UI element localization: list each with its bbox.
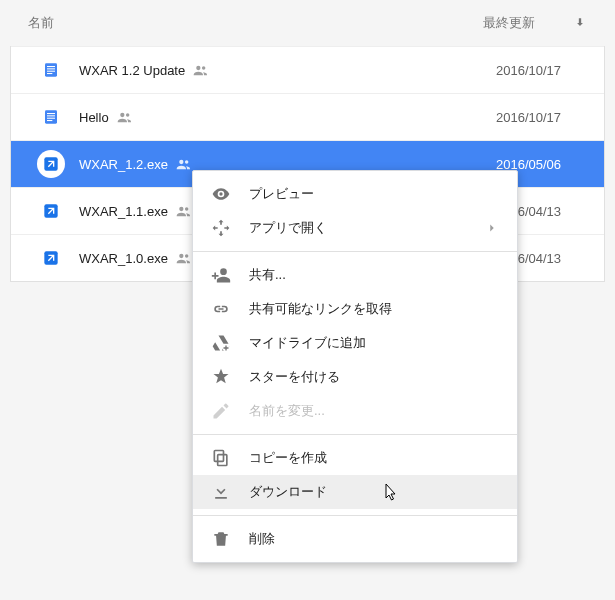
menu-get-link[interactable]: 共有可能なリンクを取得 [193, 292, 517, 326]
trash-icon [211, 529, 231, 549]
download-icon [211, 482, 231, 502]
menu-label: ダウンロード [249, 483, 499, 501]
shared-icon [193, 64, 209, 76]
menu-rename: 名前を変更... [193, 394, 517, 428]
menu-star[interactable]: スターを付ける [193, 360, 517, 394]
svg-point-18 [179, 207, 183, 211]
file-name-text: Hello [79, 110, 109, 125]
svg-point-12 [120, 113, 124, 117]
menu-label: マイドライブに追加 [249, 334, 499, 352]
menu-label: 共有... [249, 266, 499, 284]
svg-rect-24 [218, 455, 227, 466]
document-icon [37, 56, 65, 84]
menu-label: スターを付ける [249, 368, 499, 386]
file-name: WXAR 1.2 Update [79, 63, 496, 78]
menu-label: 名前を変更... [249, 402, 499, 420]
menu-delete[interactable]: 削除 [193, 522, 517, 556]
svg-point-15 [179, 160, 183, 164]
menu-separator [193, 251, 517, 252]
svg-rect-1 [47, 66, 55, 67]
document-icon [37, 103, 65, 131]
svg-point-21 [179, 254, 183, 258]
file-row[interactable]: Hello2016/10/17 [11, 93, 604, 140]
menu-label: 削除 [249, 530, 499, 548]
menu-separator [193, 434, 517, 435]
menu-add-to-drive[interactable]: マイドライブに追加 [193, 326, 517, 360]
file-date: 2016/10/17 [496, 110, 586, 125]
menu-separator [193, 515, 517, 516]
svg-rect-2 [47, 68, 55, 69]
eye-icon [211, 184, 231, 204]
shared-icon [176, 158, 192, 170]
star-icon [211, 367, 231, 387]
file-date: 2016/10/17 [496, 63, 586, 78]
file-name-text: WXAR_1.0.exe [79, 251, 168, 266]
exe-file-icon [37, 197, 65, 225]
file-name: Hello [79, 110, 496, 125]
menu-label: コピーを作成 [249, 449, 499, 467]
file-name-text: WXAR_1.1.exe [79, 204, 168, 219]
exe-file-icon [37, 244, 65, 272]
person-add-icon [211, 265, 231, 285]
sort-arrow-down-icon[interactable] [573, 16, 597, 30]
menu-download[interactable]: ダウンロード [193, 475, 517, 509]
svg-point-19 [185, 207, 188, 210]
drive-add-icon [211, 333, 231, 353]
menu-share[interactable]: 共有... [193, 258, 517, 292]
copy-icon [211, 448, 231, 468]
svg-rect-3 [47, 71, 55, 72]
svg-rect-4 [47, 73, 52, 74]
svg-point-6 [202, 66, 205, 69]
menu-make-copy[interactable]: コピーを作成 [193, 441, 517, 475]
svg-rect-25 [214, 451, 223, 462]
menu-label: プレビュー [249, 185, 499, 203]
pencil-icon [211, 401, 231, 421]
menu-label: アプリで開く [249, 219, 485, 237]
svg-rect-10 [47, 118, 55, 119]
svg-point-16 [185, 160, 188, 163]
shared-icon [176, 205, 192, 217]
menu-label: 共有可能なリンクを取得 [249, 300, 499, 318]
svg-rect-9 [47, 115, 55, 116]
svg-rect-7 [45, 110, 57, 123]
column-date[interactable]: 最終更新 [483, 14, 573, 32]
chevron-right-icon [485, 221, 499, 235]
svg-point-13 [126, 113, 129, 116]
shared-icon [176, 252, 192, 264]
svg-rect-8 [47, 113, 55, 114]
link-icon [211, 299, 231, 319]
exe-file-icon [37, 150, 65, 178]
svg-rect-11 [47, 120, 52, 121]
open-with-icon [211, 218, 231, 238]
file-name-text: WXAR 1.2 Update [79, 63, 185, 78]
menu-preview[interactable]: プレビュー [193, 177, 517, 211]
svg-point-22 [185, 254, 188, 257]
svg-rect-0 [45, 63, 57, 76]
list-header: 名前 最終更新 [0, 0, 615, 46]
context-menu: プレビュー アプリで開く 共有... 共有可能なリンクを取得 マイドライブに追加… [192, 170, 518, 563]
shared-icon [117, 111, 133, 123]
menu-open-with[interactable]: アプリで開く [193, 211, 517, 245]
column-name[interactable]: 名前 [28, 14, 483, 32]
svg-point-5 [196, 66, 200, 70]
file-row[interactable]: WXAR 1.2 Update2016/10/17 [11, 46, 604, 93]
file-name-text: WXAR_1.2.exe [79, 157, 168, 172]
